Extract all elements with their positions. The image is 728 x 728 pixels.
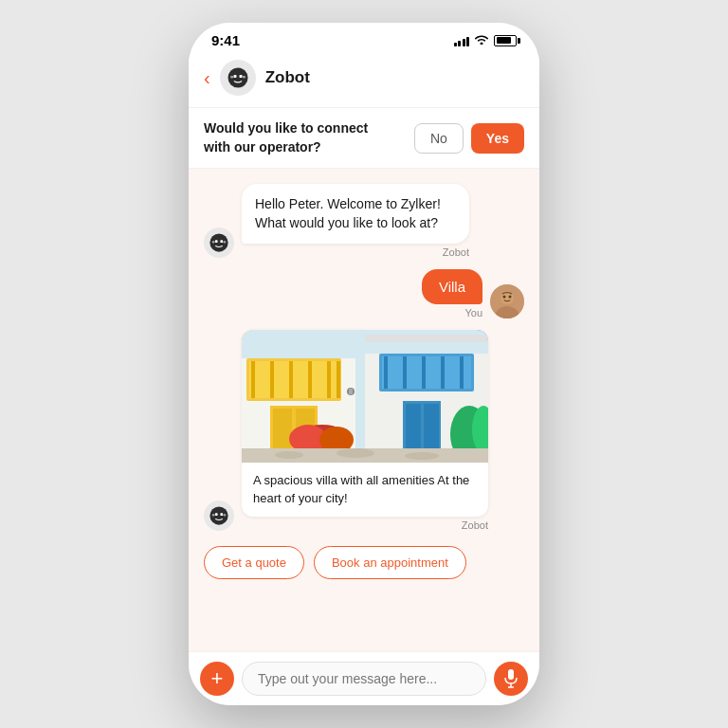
operator-buttons: No Yes [414,123,524,154]
bot-avatar-icon [227,66,249,89]
svg-point-14 [509,296,512,299]
svg-rect-40 [441,356,445,389]
message-input[interactable] [242,662,486,696]
user-message-row: Villa You [204,269,524,318]
svg-rect-31 [337,361,340,398]
mic-icon [503,669,519,688]
add-icon: + [211,668,224,689]
user-avatar-icon [490,284,524,318]
svg-rect-39 [422,356,426,389]
action-buttons-row: Get a quote Book an appointment [204,542,524,583]
get-quote-button[interactable]: Get a quote [204,546,304,579]
svg-rect-41 [460,356,464,389]
svg-rect-4 [243,77,245,79]
bot-avatar-small-2 [204,500,234,531]
battery-icon [494,35,517,46]
svg-rect-7 [220,241,223,244]
villa-card-group: A spacious villa with all amenities At t… [242,330,488,530]
bot-sender-1: Zobot [242,246,469,258]
svg-rect-27 [270,361,274,398]
svg-rect-19 [224,514,226,515]
status-bar: 9:41 [189,23,539,52]
svg-point-52 [337,448,374,458]
svg-rect-1 [233,75,236,78]
svg-rect-8 [212,242,214,243]
svg-rect-18 [212,514,214,515]
svg-rect-28 [289,361,293,398]
svg-point-51 [275,451,303,459]
svg-rect-21 [365,335,488,342]
villa-scene-svg [242,330,488,463]
status-icons [454,33,518,47]
bot-sender-2: Zobot [242,519,488,531]
svg-rect-6 [215,241,218,244]
user-bubble: Villa [422,269,482,304]
svg-rect-37 [384,356,388,389]
no-button[interactable]: No [414,123,464,154]
svg-rect-38 [403,356,407,389]
svg-rect-17 [220,513,223,516]
svg-point-13 [503,296,506,299]
villa-image [242,330,488,463]
bot-bubble-1: Hello Peter. Welcome to Zylker! What wou… [242,184,469,244]
bot-message-row-1: Hello Peter. Welcome to Zylker! What wou… [204,184,524,258]
user-sender: You [464,307,482,318]
svg-rect-16 [215,513,218,516]
svg-rect-36 [382,356,471,389]
bot-small-icon-2 [209,505,229,526]
bot-small-icon [209,232,229,253]
svg-point-53 [405,452,439,460]
back-button[interactable]: ‹ [204,67,210,89]
bot-message-group-1: Hello Peter. Welcome to Zylker! What wou… [242,184,469,258]
svg-rect-56 [508,669,514,680]
chat-area: Hello Peter. Welcome to Zylker! What wou… [189,169,539,651]
operator-text: Would you like to connect with our opera… [204,119,393,156]
chat-header: ‹ Zobot [189,52,539,108]
wifi-icon [474,33,489,47]
input-bar: + [189,651,539,705]
svg-rect-26 [251,361,255,398]
yes-button[interactable]: Yes [471,123,524,154]
mic-button[interactable] [494,662,528,696]
user-message-content: Villa You [422,269,482,318]
svg-rect-29 [308,361,312,398]
status-time: 9:41 [211,32,240,48]
villa-card: A spacious villa with all amenities At t… [242,330,488,516]
operator-banner: Would you like to connect with our opera… [189,108,539,169]
villa-card-row: A spacious villa with all amenities At t… [204,330,524,530]
svg-rect-2 [239,75,242,78]
svg-rect-55 [349,389,353,394]
bot-avatar-small-1 [204,228,234,258]
svg-rect-30 [327,361,331,398]
user-avatar [490,284,524,318]
header-bot-name: Zobot [265,68,310,87]
book-appointment-button[interactable]: Book an appointment [314,546,466,579]
villa-description: A spacious villa with all amenities At t… [242,463,488,516]
phone-frame: 9:41 ‹ [189,23,539,705]
bot-avatar-header [220,60,256,96]
signal-icon [454,35,470,46]
svg-rect-3 [230,77,232,79]
svg-rect-25 [249,361,338,398]
svg-rect-9 [224,242,226,243]
add-button[interactable]: + [200,662,234,696]
